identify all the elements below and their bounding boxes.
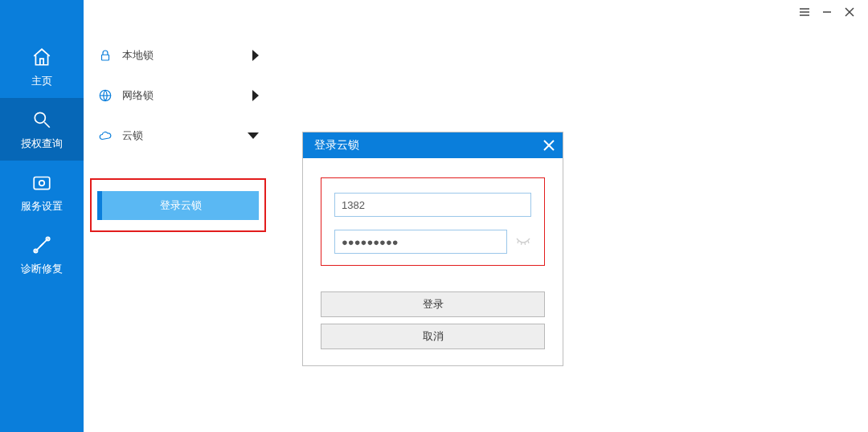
svg-line-19: [518, 241, 518, 243]
cloud-icon: [98, 128, 113, 143]
svg-marker-13: [252, 50, 259, 61]
login-cloud-button[interactable]: 登录云锁: [97, 191, 259, 220]
sidebar-item-service-settings[interactable]: 服务设置: [0, 161, 84, 223]
settings-icon: [31, 172, 52, 193]
sidebar-item-label: 诊断修复: [21, 262, 63, 276]
lock-icon: [98, 48, 113, 63]
svg-marker-15: [252, 90, 259, 101]
password-row: [334, 230, 531, 254]
username-row: [334, 193, 531, 217]
svg-line-20: [522, 242, 522, 245]
dialog-title-text: 登录云锁: [314, 138, 359, 153]
menu-icon[interactable]: [799, 6, 810, 18]
home-icon: [31, 47, 52, 67]
sidebar-item-label: 服务设置: [21, 199, 63, 214]
dialog-close-icon[interactable]: [543, 140, 555, 151]
window-controls: [799, 6, 855, 18]
cancel-button[interactable]: 取消: [321, 324, 545, 349]
svg-point-6: [35, 112, 45, 123]
dialog-body: 登录 取消: [303, 158, 563, 365]
dialog-titlebar: 登录云锁: [303, 132, 563, 158]
sidebar-item-diagnose-repair[interactable]: 诊断修复: [0, 223, 84, 286]
login-highlight: 登录云锁: [90, 178, 266, 232]
login-dialog: 登录云锁 登录 取消: [302, 132, 563, 366]
network-icon: [98, 88, 113, 103]
search-icon: [31, 109, 52, 130]
dialog-buttons: 登录 取消: [321, 291, 545, 349]
svg-rect-8: [34, 177, 50, 190]
list-item-label: 本地锁: [122, 48, 252, 63]
password-input[interactable]: [334, 230, 507, 254]
list-item-local-lock[interactable]: 本地锁: [84, 35, 268, 75]
list-item-label: 云锁: [122, 128, 248, 143]
sidebar-item-auth-query[interactable]: 授权查询: [0, 98, 84, 161]
fields-highlight: [321, 177, 545, 266]
svg-line-21: [525, 242, 526, 245]
chevron-right-icon: [252, 50, 259, 61]
close-icon[interactable]: [844, 6, 855, 18]
chevron-right-icon: [252, 90, 259, 101]
list-item-label: 网络锁: [122, 88, 252, 103]
sidebar-item-label: 主页: [31, 74, 52, 88]
svg-line-22: [528, 241, 529, 243]
tools-icon: [31, 234, 52, 255]
eye-icon[interactable]: [515, 237, 531, 247]
username-input[interactable]: [334, 193, 531, 217]
sidebar-item-label: 授权查询: [21, 137, 63, 151]
svg-line-7: [44, 122, 50, 128]
list-item-cloud-lock[interactable]: 云锁: [84, 116, 268, 156]
list-item-network-lock[interactable]: 网络锁: [84, 75, 268, 116]
login-button[interactable]: 登录: [321, 291, 545, 317]
svg-marker-16: [248, 132, 259, 139]
svg-point-9: [39, 181, 45, 186]
chevron-down-icon: [248, 132, 259, 139]
minimize-icon[interactable]: [821, 6, 833, 18]
sidebar-item-home[interactable]: 主页: [0, 35, 84, 98]
svg-rect-12: [102, 55, 109, 60]
sidebar: 主页 授权查询 服务设置 诊断修复: [0, 0, 84, 432]
lock-list: 本地锁 网络锁 云锁: [84, 35, 268, 156]
